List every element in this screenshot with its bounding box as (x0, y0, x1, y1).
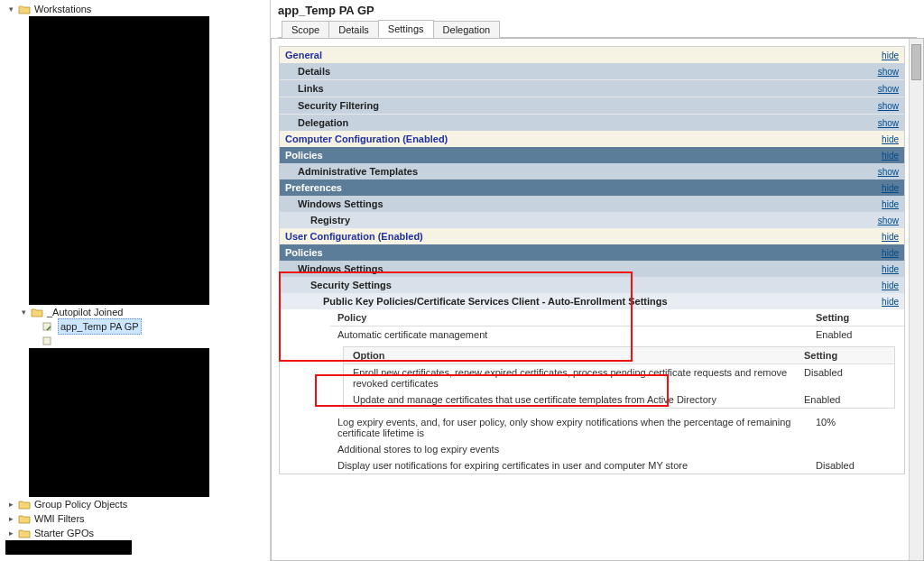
tree-item-label: Starter GPOs (34, 526, 94, 540)
policy-table: Policy Setting Automatic certificate man… (330, 309, 904, 343)
tab-delegation[interactable]: Delegation (433, 21, 501, 38)
policy-extra-row: Display user notifications for expiring … (330, 457, 904, 474)
expand-icon[interactable]: ▸ (5, 528, 16, 538)
toggle-link[interactable]: hide (882, 151, 899, 161)
tree-item-label: _Autopilot Joined (47, 305, 123, 319)
extra-setting (816, 444, 897, 455)
scrollbar-thumb[interactable] (911, 44, 921, 80)
redacted-block (29, 348, 209, 497)
expand-icon[interactable]: ▸ (5, 499, 16, 510)
toggle-link[interactable]: hide (882, 297, 899, 307)
folder-icon (31, 307, 43, 317)
toggle-link[interactable]: show (878, 84, 899, 94)
tab-scope[interactable]: Scope (282, 21, 329, 38)
toggle-link[interactable]: hide (882, 134, 899, 144)
tree-item-selected-gpo[interactable]: app_Temp PA GP (5, 319, 268, 334)
tree-item-label: Group Policy Objects (34, 497, 127, 511)
toggle-link[interactable]: hide (882, 183, 899, 193)
tab-strip: Scope Details Settings Delegation (278, 19, 917, 38)
toggle-link[interactable]: hide (882, 232, 899, 242)
col-setting: Setting (816, 312, 897, 323)
option-setting: Enabled (804, 394, 885, 405)
tab-details[interactable]: Details (328, 21, 379, 38)
extra-setting: Disabled (816, 460, 897, 471)
toggle-link[interactable]: hide (882, 51, 899, 60)
col-policy: Policy (337, 312, 816, 323)
toggle-link[interactable]: show (878, 216, 899, 225)
toggle-link[interactable]: hide (882, 248, 899, 258)
section-links[interactable]: Links (298, 83, 324, 94)
option-setting: Disabled (804, 367, 885, 389)
tree-item-wmi-filters[interactable]: ▸ WMI Filters (5, 511, 268, 526)
section-admin-templates[interactable]: Administrative Templates (298, 166, 418, 177)
section-preferences[interactable]: Preferences (285, 182, 342, 193)
option-table-header: Option Setting (344, 347, 894, 364)
col-option: Option (353, 350, 804, 361)
section-comp-config[interactable]: Computer Configuration (Enabled) (285, 133, 448, 144)
extra-setting: 10% (816, 417, 897, 438)
extra-text: Additional stores to log expiry events (337, 444, 816, 455)
redacted-block (29, 16, 209, 305)
gpo-link-icon (42, 321, 54, 332)
tree-item-autopilot[interactable]: ▾ _Autopilot Joined (5, 305, 268, 319)
folder-icon (18, 4, 31, 14)
content-pane: app_Temp PA GP Scope Details Settings De… (271, 0, 924, 561)
navigation-tree-pane: ▾ Workstations ▾ _Autopilot Joined app_T… (0, 0, 271, 561)
option-row: Enroll new certificates, renew expired c… (344, 364, 894, 391)
page-title: app_Temp PA GP (278, 4, 917, 19)
toggle-link[interactable]: show (878, 167, 899, 177)
tree-item-label: Workstations (34, 2, 91, 16)
extra-text: Log expiry events, and, for user policy,… (337, 417, 816, 438)
section-policies[interactable]: Policies (285, 247, 323, 258)
expand-icon[interactable]: ▸ (5, 513, 16, 524)
section-user-config[interactable]: User Configuration (Enabled) (285, 231, 423, 242)
folder-icon (18, 499, 31, 510)
tree-item-starter-gpos[interactable]: ▸ Starter GPOs (5, 526, 268, 540)
toggle-link[interactable]: hide (882, 199, 899, 209)
folder-icon (18, 528, 31, 538)
svg-rect-0 (43, 323, 51, 330)
section-delegation[interactable]: Delegation (298, 117, 348, 128)
svg-rect-1 (43, 337, 51, 345)
toggle-link[interactable]: show (878, 67, 899, 77)
policy-extra-row: Additional stores to log expiry events (330, 441, 904, 457)
section-policies[interactable]: Policies (285, 150, 323, 161)
section-registry[interactable]: Registry (310, 215, 350, 225)
section-windows-settings[interactable]: Windows Settings (298, 263, 383, 274)
tab-settings[interactable]: Settings (378, 20, 434, 38)
option-text: Enroll new certificates, renew expired c… (353, 367, 804, 389)
toggle-link[interactable]: hide (882, 264, 899, 274)
col-setting: Setting (804, 350, 885, 361)
redacted-block (5, 540, 132, 555)
expand-icon[interactable]: ▾ (5, 4, 16, 14)
section-windows-settings[interactable]: Windows Settings (298, 198, 383, 209)
toggle-link[interactable]: hide (882, 280, 899, 290)
tree-item-gpo-objects[interactable]: ▸ Group Policy Objects (5, 497, 268, 511)
gpo-link-icon (42, 336, 54, 346)
section-details[interactable]: Details (298, 66, 330, 77)
section-general[interactable]: General (285, 50, 322, 60)
policy-option-table: Option Setting Enroll new certificates, … (343, 346, 895, 409)
section-security-settings[interactable]: Security Settings (310, 280, 392, 290)
section-pkp-autoenroll[interactable]: Public Key Policies/Certificate Services… (323, 296, 668, 307)
policy-row-acm: Automatic certificate management Enabled (330, 326, 904, 343)
policy-table-header: Policy Setting (330, 309, 904, 326)
option-text: Update and manage certificates that use … (353, 394, 804, 405)
folder-icon (18, 513, 31, 524)
settings-report: Generalhide Detailsshow Linksshow Securi… (272, 39, 909, 560)
tree-item-redacted[interactable] (5, 334, 268, 348)
policy-extra-row: Log expiry events, and, for user policy,… (330, 414, 904, 441)
tree-item-workstations[interactable]: ▾ Workstations (5, 2, 268, 16)
option-row: Update and manage certificates that use … (344, 391, 894, 408)
section-security-filtering[interactable]: Security Filtering (298, 100, 379, 111)
navigation-tree[interactable]: ▾ Workstations ▾ _Autopilot Joined app_T… (0, 0, 270, 561)
policy-name: Automatic certificate management (337, 329, 816, 340)
extra-text: Display user notifications for expiring … (337, 460, 816, 471)
toggle-link[interactable]: show (878, 118, 899, 128)
tree-item-label: app_Temp PA GP (58, 318, 142, 335)
toggle-link[interactable]: show (878, 101, 899, 111)
policy-extra-rows: Log expiry events, and, for user policy,… (330, 414, 904, 474)
tree-item-label: WMI Filters (34, 511, 85, 526)
expand-icon[interactable]: ▾ (18, 307, 29, 317)
vertical-scrollbar[interactable] (909, 39, 923, 560)
